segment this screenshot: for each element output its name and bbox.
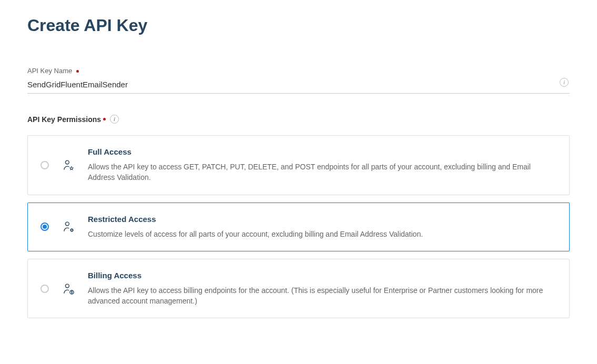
info-icon[interactable]: i — [110, 115, 119, 124]
option-description: Customize levels of access for all parts… — [88, 229, 556, 239]
user-gear-icon — [62, 220, 75, 234]
option-description: Allows the API key to access billing end… — [88, 285, 556, 307]
option-description: Allows the API key to access GET, PATCH,… — [88, 161, 556, 183]
api-key-name-field-wrap: i — [27, 78, 570, 94]
required-indicator-icon — [103, 118, 106, 120]
option-billing-access[interactable]: Billing Access Allows the API key to acc… — [27, 259, 570, 319]
svg-point-3 — [65, 284, 69, 288]
option-title: Full Access — [88, 147, 556, 156]
svg-point-1 — [65, 222, 69, 226]
option-full-access[interactable]: Full Access Allows the API key to access… — [27, 135, 570, 195]
option-title: Billing Access — [88, 271, 556, 280]
radio-full-access[interactable] — [41, 161, 49, 169]
radio-restricted-access[interactable] — [41, 223, 49, 231]
required-indicator-icon — [76, 70, 79, 73]
api-key-name-label: API Key Name — [27, 67, 570, 75]
svg-point-0 — [65, 160, 69, 164]
user-star-icon — [62, 158, 75, 172]
user-dollar-icon — [62, 282, 75, 296]
radio-billing-access[interactable] — [41, 285, 49, 293]
page-title: Create API Key — [27, 16, 570, 35]
api-key-name-input[interactable] — [27, 78, 555, 93]
svg-point-2 — [71, 229, 73, 231]
info-icon[interactable]: i — [560, 78, 569, 87]
permissions-label: API Key Permissions i — [27, 115, 570, 124]
option-restricted-access[interactable]: Restricted Access Customize levels of ac… — [27, 203, 570, 251]
option-title: Restricted Access — [88, 215, 556, 224]
